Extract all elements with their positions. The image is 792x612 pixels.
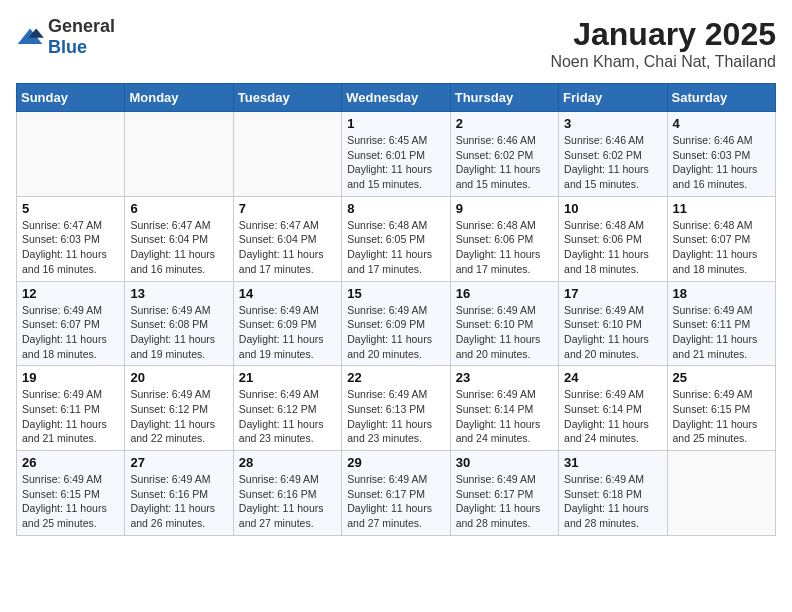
day-number: 6 bbox=[130, 201, 227, 216]
day-info: Sunrise: 6:49 AM Sunset: 6:17 PM Dayligh… bbox=[347, 472, 444, 531]
day-number: 5 bbox=[22, 201, 119, 216]
day-number: 17 bbox=[564, 286, 661, 301]
calendar-cell: 1Sunrise: 6:45 AM Sunset: 6:01 PM Daylig… bbox=[342, 112, 450, 197]
day-info: Sunrise: 6:49 AM Sunset: 6:12 PM Dayligh… bbox=[130, 387, 227, 446]
day-number: 2 bbox=[456, 116, 553, 131]
day-info: Sunrise: 6:46 AM Sunset: 6:03 PM Dayligh… bbox=[673, 133, 770, 192]
day-info: Sunrise: 6:48 AM Sunset: 6:07 PM Dayligh… bbox=[673, 218, 770, 277]
day-number: 19 bbox=[22, 370, 119, 385]
day-info: Sunrise: 6:47 AM Sunset: 6:03 PM Dayligh… bbox=[22, 218, 119, 277]
day-number: 8 bbox=[347, 201, 444, 216]
calendar-cell: 29Sunrise: 6:49 AM Sunset: 6:17 PM Dayli… bbox=[342, 451, 450, 536]
calendar-cell: 8Sunrise: 6:48 AM Sunset: 6:05 PM Daylig… bbox=[342, 196, 450, 281]
day-info: Sunrise: 6:47 AM Sunset: 6:04 PM Dayligh… bbox=[239, 218, 336, 277]
day-info: Sunrise: 6:48 AM Sunset: 6:06 PM Dayligh… bbox=[564, 218, 661, 277]
day-info: Sunrise: 6:45 AM Sunset: 6:01 PM Dayligh… bbox=[347, 133, 444, 192]
weekday-header-row: SundayMondayTuesdayWednesdayThursdayFrid… bbox=[17, 84, 776, 112]
day-number: 11 bbox=[673, 201, 770, 216]
calendar-cell: 10Sunrise: 6:48 AM Sunset: 6:06 PM Dayli… bbox=[559, 196, 667, 281]
weekday-header-sunday: Sunday bbox=[17, 84, 125, 112]
day-number: 9 bbox=[456, 201, 553, 216]
calendar-cell: 13Sunrise: 6:49 AM Sunset: 6:08 PM Dayli… bbox=[125, 281, 233, 366]
calendar-cell: 3Sunrise: 6:46 AM Sunset: 6:02 PM Daylig… bbox=[559, 112, 667, 197]
calendar-cell: 9Sunrise: 6:48 AM Sunset: 6:06 PM Daylig… bbox=[450, 196, 558, 281]
calendar-cell: 16Sunrise: 6:49 AM Sunset: 6:10 PM Dayli… bbox=[450, 281, 558, 366]
day-number: 16 bbox=[456, 286, 553, 301]
page-subtitle: Noen Kham, Chai Nat, Thailand bbox=[550, 53, 776, 71]
calendar-cell: 24Sunrise: 6:49 AM Sunset: 6:14 PM Dayli… bbox=[559, 366, 667, 451]
day-info: Sunrise: 6:49 AM Sunset: 6:12 PM Dayligh… bbox=[239, 387, 336, 446]
day-info: Sunrise: 6:46 AM Sunset: 6:02 PM Dayligh… bbox=[456, 133, 553, 192]
day-info: Sunrise: 6:49 AM Sunset: 6:11 PM Dayligh… bbox=[22, 387, 119, 446]
day-number: 3 bbox=[564, 116, 661, 131]
day-number: 22 bbox=[347, 370, 444, 385]
day-info: Sunrise: 6:49 AM Sunset: 6:15 PM Dayligh… bbox=[22, 472, 119, 531]
day-info: Sunrise: 6:48 AM Sunset: 6:05 PM Dayligh… bbox=[347, 218, 444, 277]
day-number: 15 bbox=[347, 286, 444, 301]
calendar-cell: 30Sunrise: 6:49 AM Sunset: 6:17 PM Dayli… bbox=[450, 451, 558, 536]
day-info: Sunrise: 6:49 AM Sunset: 6:16 PM Dayligh… bbox=[130, 472, 227, 531]
calendar-cell: 21Sunrise: 6:49 AM Sunset: 6:12 PM Dayli… bbox=[233, 366, 341, 451]
day-number: 25 bbox=[673, 370, 770, 385]
calendar-cell: 7Sunrise: 6:47 AM Sunset: 6:04 PM Daylig… bbox=[233, 196, 341, 281]
day-number: 18 bbox=[673, 286, 770, 301]
day-number: 7 bbox=[239, 201, 336, 216]
calendar-cell: 12Sunrise: 6:49 AM Sunset: 6:07 PM Dayli… bbox=[17, 281, 125, 366]
day-number: 14 bbox=[239, 286, 336, 301]
calendar-cell: 22Sunrise: 6:49 AM Sunset: 6:13 PM Dayli… bbox=[342, 366, 450, 451]
calendar-cell: 5Sunrise: 6:47 AM Sunset: 6:03 PM Daylig… bbox=[17, 196, 125, 281]
weekday-header-saturday: Saturday bbox=[667, 84, 775, 112]
day-number: 23 bbox=[456, 370, 553, 385]
day-info: Sunrise: 6:49 AM Sunset: 6:14 PM Dayligh… bbox=[564, 387, 661, 446]
calendar-week-row: 19Sunrise: 6:49 AM Sunset: 6:11 PM Dayli… bbox=[17, 366, 776, 451]
calendar-cell: 18Sunrise: 6:49 AM Sunset: 6:11 PM Dayli… bbox=[667, 281, 775, 366]
logo-general: General bbox=[48, 16, 115, 36]
calendar-cell bbox=[125, 112, 233, 197]
day-info: Sunrise: 6:49 AM Sunset: 6:15 PM Dayligh… bbox=[673, 387, 770, 446]
calendar-cell: 23Sunrise: 6:49 AM Sunset: 6:14 PM Dayli… bbox=[450, 366, 558, 451]
day-info: Sunrise: 6:49 AM Sunset: 6:13 PM Dayligh… bbox=[347, 387, 444, 446]
calendar-cell: 4Sunrise: 6:46 AM Sunset: 6:03 PM Daylig… bbox=[667, 112, 775, 197]
calendar-header: SundayMondayTuesdayWednesdayThursdayFrid… bbox=[17, 84, 776, 112]
day-info: Sunrise: 6:49 AM Sunset: 6:14 PM Dayligh… bbox=[456, 387, 553, 446]
day-number: 30 bbox=[456, 455, 553, 470]
day-info: Sunrise: 6:49 AM Sunset: 6:09 PM Dayligh… bbox=[347, 303, 444, 362]
weekday-header-friday: Friday bbox=[559, 84, 667, 112]
calendar-cell: 15Sunrise: 6:49 AM Sunset: 6:09 PM Dayli… bbox=[342, 281, 450, 366]
calendar-cell: 26Sunrise: 6:49 AM Sunset: 6:15 PM Dayli… bbox=[17, 451, 125, 536]
day-info: Sunrise: 6:49 AM Sunset: 6:10 PM Dayligh… bbox=[564, 303, 661, 362]
weekday-header-monday: Monday bbox=[125, 84, 233, 112]
day-info: Sunrise: 6:48 AM Sunset: 6:06 PM Dayligh… bbox=[456, 218, 553, 277]
calendar-table: SundayMondayTuesdayWednesdayThursdayFrid… bbox=[16, 83, 776, 536]
day-info: Sunrise: 6:49 AM Sunset: 6:16 PM Dayligh… bbox=[239, 472, 336, 531]
calendar-cell: 19Sunrise: 6:49 AM Sunset: 6:11 PM Dayli… bbox=[17, 366, 125, 451]
day-number: 4 bbox=[673, 116, 770, 131]
weekday-header-tuesday: Tuesday bbox=[233, 84, 341, 112]
calendar-cell: 25Sunrise: 6:49 AM Sunset: 6:15 PM Dayli… bbox=[667, 366, 775, 451]
calendar-cell: 6Sunrise: 6:47 AM Sunset: 6:04 PM Daylig… bbox=[125, 196, 233, 281]
day-number: 10 bbox=[564, 201, 661, 216]
day-number: 1 bbox=[347, 116, 444, 131]
calendar-cell: 11Sunrise: 6:48 AM Sunset: 6:07 PM Dayli… bbox=[667, 196, 775, 281]
day-number: 26 bbox=[22, 455, 119, 470]
day-info: Sunrise: 6:49 AM Sunset: 6:09 PM Dayligh… bbox=[239, 303, 336, 362]
day-info: Sunrise: 6:49 AM Sunset: 6:10 PM Dayligh… bbox=[456, 303, 553, 362]
calendar-week-row: 1Sunrise: 6:45 AM Sunset: 6:01 PM Daylig… bbox=[17, 112, 776, 197]
logo-blue: Blue bbox=[48, 37, 87, 57]
calendar-week-row: 12Sunrise: 6:49 AM Sunset: 6:07 PM Dayli… bbox=[17, 281, 776, 366]
weekday-header-thursday: Thursday bbox=[450, 84, 558, 112]
day-number: 21 bbox=[239, 370, 336, 385]
day-info: Sunrise: 6:49 AM Sunset: 6:08 PM Dayligh… bbox=[130, 303, 227, 362]
calendar-cell: 31Sunrise: 6:49 AM Sunset: 6:18 PM Dayli… bbox=[559, 451, 667, 536]
day-info: Sunrise: 6:49 AM Sunset: 6:07 PM Dayligh… bbox=[22, 303, 119, 362]
day-info: Sunrise: 6:46 AM Sunset: 6:02 PM Dayligh… bbox=[564, 133, 661, 192]
calendar-cell bbox=[233, 112, 341, 197]
calendar-week-row: 5Sunrise: 6:47 AM Sunset: 6:03 PM Daylig… bbox=[17, 196, 776, 281]
logo: General Blue bbox=[16, 16, 115, 58]
day-info: Sunrise: 6:49 AM Sunset: 6:11 PM Dayligh… bbox=[673, 303, 770, 362]
weekday-header-wednesday: Wednesday bbox=[342, 84, 450, 112]
day-number: 31 bbox=[564, 455, 661, 470]
day-info: Sunrise: 6:49 AM Sunset: 6:18 PM Dayligh… bbox=[564, 472, 661, 531]
calendar-cell: 2Sunrise: 6:46 AM Sunset: 6:02 PM Daylig… bbox=[450, 112, 558, 197]
title-block: January 2025 Noen Kham, Chai Nat, Thaila… bbox=[550, 16, 776, 71]
